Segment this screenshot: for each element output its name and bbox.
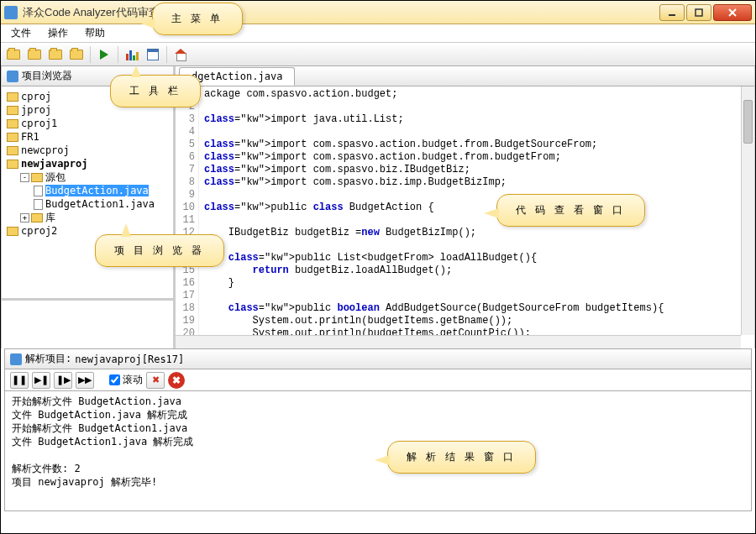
panel-icon [7, 71, 18, 82]
tree-label: 源包 [45, 170, 66, 185]
tree-item[interactable]: FR1 [3, 130, 171, 144]
window-title: 泽众Code Analyzer代码审查 [23, 5, 659, 20]
toolbar-open2[interactable] [25, 45, 44, 64]
folder-icon [28, 50, 41, 60]
toolbar-open1[interactable] [4, 45, 23, 64]
tree-toggle[interactable]: - [20, 173, 29, 182]
tree-label: cproj2 [21, 225, 57, 237]
calendar-icon [147, 49, 159, 60]
separator [166, 46, 167, 63]
scroll-checkbox[interactable] [109, 374, 120, 385]
horizontal-scrollbar[interactable] [176, 335, 741, 348]
toolbar-run[interactable] [95, 45, 113, 64]
line-gutter: 1234567891011121314151617181920212223 [176, 86, 199, 348]
separator [90, 46, 91, 63]
console-icon [10, 353, 22, 365]
console-toolbar: ❚❚ ▶❚ ❚▶ ▶▶ 滚动 ✖ ✖ [5, 369, 751, 391]
proj-icon [7, 92, 18, 102]
folder-icon [49, 50, 62, 60]
console-title-value: newjavaproj[Res17] [75, 353, 184, 365]
tree-label: BudgetAction.java [45, 185, 149, 196]
proj-icon [7, 133, 18, 142]
console-step1-button[interactable]: ▶❚ [32, 372, 50, 389]
maximize-button[interactable] [686, 4, 711, 21]
editor-tabs: dgetAction.java [176, 66, 754, 86]
folder-icon [7, 50, 20, 60]
callout-project-browser: 项 目 浏 览 器 [95, 234, 224, 267]
callout-toolbar: 工 具 栏 [110, 75, 201, 107]
console-stop-button[interactable]: ✖ [168, 372, 185, 389]
tree-item[interactable]: newcproj [3, 144, 171, 157]
tree-label: newcproj [21, 144, 70, 156]
code-editor-panel: dgetAction.java 123456789101112131415161… [176, 66, 755, 348]
menu-file[interactable]: 文件 [6, 24, 36, 42]
callout-main-menu: 主 菜 单 [152, 3, 243, 35]
callout-code-view: 代 码 查 看 窗 口 [496, 194, 645, 227]
tree-item[interactable]: +库 [3, 211, 171, 224]
proj-icon [7, 106, 18, 115]
scroll-label: 滚动 [123, 373, 143, 387]
tree-label: BudgetAction1.java [45, 198, 155, 210]
proj-icon [7, 146, 18, 155]
toolbar-chart[interactable] [123, 45, 141, 64]
proj-icon [7, 119, 18, 128]
console-header: 解析项目: newjavaproj[Res17] [5, 349, 751, 369]
tree-label: 库 [45, 211, 55, 225]
toolbar [1, 43, 755, 66]
tree-label: FR1 [21, 131, 39, 143]
tree-label: newjavaproj [21, 158, 87, 170]
vertical-scrollbar[interactable] [741, 86, 754, 335]
proj-icon [7, 160, 18, 169]
separator [118, 46, 118, 63]
folder-icon [70, 50, 83, 60]
menu-help[interactable]: 帮助 [80, 24, 110, 42]
panel-title: 项目浏览器 [22, 69, 72, 83]
console-clear-button[interactable]: ✖ [146, 372, 165, 389]
console-skip-button[interactable]: ▶▶ [76, 372, 94, 389]
console-scroll-toggle[interactable]: 滚动 [109, 373, 143, 387]
titlebar: 泽众Code Analyzer代码审查 [1, 1, 755, 24]
console-pause-button[interactable]: ❚❚ [10, 372, 29, 389]
play-icon [100, 50, 108, 60]
console-step2-button[interactable]: ❚▶ [54, 372, 72, 389]
sidebar-secondary-panel [2, 298, 173, 348]
console-panel: 解析项目: newjavaproj[Res17] ❚❚ ▶❚ ❚▶ ▶▶ 滚动 … [4, 348, 752, 511]
file-icon [34, 199, 43, 210]
toolbar-calendar[interactable] [144, 45, 162, 64]
file-icon [34, 186, 43, 196]
tree-item[interactable]: BudgetAction.java [3, 184, 171, 197]
tree-item[interactable]: -源包 [3, 170, 171, 184]
toolbar-open3[interactable] [46, 45, 65, 64]
chart-icon [126, 49, 139, 60]
minimize-button[interactable] [659, 4, 685, 21]
console-output[interactable]: 开始解析文件 BudgetAction.java文件 BudgetAction.… [5, 391, 751, 510]
svg-rect-1 [696, 9, 702, 16]
tree-item[interactable]: BudgetAction1.java [3, 197, 171, 211]
home-icon [175, 49, 186, 60]
tree-label: jproj [21, 104, 51, 116]
tree-item[interactable]: newjavaproj [3, 157, 171, 170]
project-browser-panel: 项目浏览器 cprojjprojcproj1FR1newcprojnewjava… [1, 66, 176, 348]
app-icon [4, 6, 18, 19]
menu-action[interactable]: 操作 [43, 24, 73, 42]
pkg-icon [31, 173, 43, 182]
close-button[interactable] [713, 4, 752, 21]
code-content[interactable]: ackage com.spasvo.action.budget; class="… [199, 86, 754, 348]
tree-label: cproj [21, 91, 51, 102]
tree-toggle[interactable]: + [20, 213, 29, 222]
menubar: 文件 操作 帮助 [1, 24, 755, 43]
toolbar-open4[interactable] [67, 45, 86, 64]
console-title-prefix: 解析项目: [25, 352, 71, 366]
tree-item[interactable]: cproj1 [3, 117, 171, 130]
code-area[interactable]: 1234567891011121314151617181920212223 ac… [176, 86, 754, 348]
tree-label: cproj1 [21, 118, 57, 129]
lib-icon [31, 213, 43, 222]
toolbar-home[interactable] [171, 45, 190, 64]
callout-result-view: 解 析 结 果 窗 口 [387, 441, 536, 474]
proj-icon [7, 227, 18, 236]
